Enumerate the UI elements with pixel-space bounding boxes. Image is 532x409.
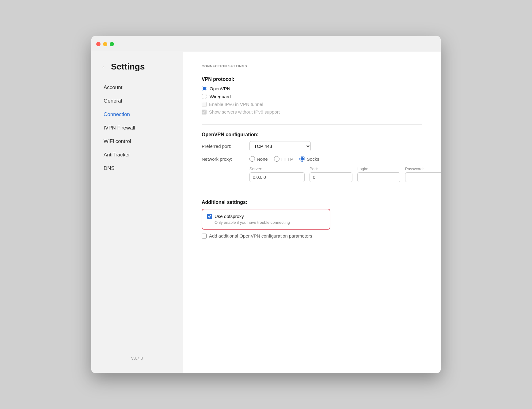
titlebar	[91, 36, 441, 52]
preferred-port-row: Preferred port: TCP 443 TCP 1194 UDP 119…	[202, 141, 422, 151]
obfsproxy-box: Use obfsproxy Only enable if you have tr…	[202, 209, 330, 230]
openvpn-config-label: OpenVPN configuration:	[202, 132, 422, 137]
show-without-ipv6-option: Show servers without IPv6 support	[202, 109, 422, 114]
login-input[interactable]	[357, 172, 400, 182]
password-field-group: Password:	[405, 167, 441, 182]
openvpn-config-group: OpenVPN configuration: Preferred port: T…	[202, 132, 422, 182]
wireguard-label: Wireguard	[210, 94, 231, 99]
proxy-socks-option[interactable]: Socks	[299, 156, 319, 162]
section-title: CONNECTION SETTINGS	[202, 64, 422, 68]
maximize-button[interactable]	[110, 42, 114, 46]
preferred-port-label: Preferred port:	[202, 144, 245, 149]
password-field-label: Password:	[405, 167, 441, 171]
sidebar-item-ivpn-firewall[interactable]: IVPN Firewall	[99, 122, 176, 134]
server-field-group: Server:	[249, 167, 305, 182]
vpn-protocol-radio-group: OpenVPN Wireguard Enable IPv6 in VPN tun…	[202, 86, 422, 114]
proxy-none-radio[interactable]	[249, 156, 255, 162]
network-proxy-label: Network proxy:	[202, 156, 245, 162]
sidebar-item-connection[interactable]: Connection	[99, 108, 176, 121]
show-without-ipv6-checkbox	[202, 110, 207, 114]
openvpn-label: OpenVPN	[210, 86, 230, 91]
network-proxy-row: Network proxy: None HTTP Socks	[202, 156, 422, 162]
obfsproxy-checkbox[interactable]	[207, 214, 212, 219]
wireguard-radio[interactable]	[202, 94, 207, 99]
additional-settings-group: Additional settings: Use obfsproxy Only …	[202, 200, 422, 238]
proxy-none-label: None	[257, 156, 268, 162]
server-field-label: Server:	[249, 167, 305, 171]
port-field-group: Port:	[310, 167, 352, 182]
minimize-button[interactable]	[103, 42, 107, 46]
traffic-lights	[96, 42, 114, 46]
additional-settings-label: Additional settings:	[202, 200, 422, 205]
add-openvpn-params-row[interactable]: Add additional OpenVPN configuration par…	[202, 233, 422, 238]
back-button[interactable]: ←	[101, 64, 107, 70]
sidebar: ← Settings Account General Connection IV…	[91, 52, 183, 373]
show-without-ipv6-label: Show servers without IPv6 support	[209, 109, 280, 114]
password-input[interactable]	[405, 172, 441, 182]
sidebar-item-account[interactable]: Account	[99, 81, 176, 94]
obfsproxy-subtitle: Only enable if you have trouble connecti…	[215, 220, 325, 225]
vpn-protocol-label: VPN protocol:	[202, 77, 422, 82]
sidebar-item-antitracker[interactable]: AntiTracker	[99, 149, 176, 161]
ipv6-tunnel-checkbox	[202, 102, 207, 107]
add-openvpn-params-label: Add additional OpenVPN configuration par…	[209, 233, 312, 238]
server-input[interactable]	[249, 172, 305, 182]
divider-2	[202, 192, 422, 192]
openvpn-radio[interactable]	[202, 86, 207, 91]
port-field-label: Port:	[310, 167, 352, 171]
main-content: CONNECTION SETTINGS VPN protocol: OpenVP…	[183, 52, 441, 373]
obfsproxy-title: Use obfsproxy	[215, 214, 244, 219]
proxy-http-option[interactable]: HTTP	[274, 156, 293, 162]
sidebar-item-wifi-control[interactable]: WiFi control	[99, 135, 176, 148]
socks-fields-row: Server: Port: Login: Password:	[249, 167, 422, 182]
sidebar-title: Settings	[111, 62, 145, 72]
add-openvpn-params-checkbox[interactable]	[202, 234, 207, 238]
login-field-group: Login:	[357, 167, 400, 182]
proxy-none-option[interactable]: None	[249, 156, 268, 162]
proxy-http-radio[interactable]	[274, 156, 279, 162]
vpn-protocol-group: VPN protocol: OpenVPN Wireguard Enable I…	[202, 77, 422, 114]
window-body: ← Settings Account General Connection IV…	[91, 52, 441, 373]
proxy-socks-radio[interactable]	[299, 156, 305, 162]
login-field-label: Login:	[357, 167, 400, 171]
version-label: v3.7.0	[91, 351, 183, 366]
app-window: ← Settings Account General Connection IV…	[91, 36, 441, 373]
openvpn-option[interactable]: OpenVPN	[202, 86, 422, 91]
divider-1	[202, 124, 422, 125]
proxy-http-label: HTTP	[281, 156, 293, 162]
proxy-socks-label: Socks	[307, 156, 319, 162]
port-input[interactable]	[310, 172, 352, 182]
obfsproxy-row: Use obfsproxy	[207, 214, 325, 219]
sidebar-item-dns[interactable]: DNS	[99, 162, 176, 174]
ipv6-tunnel-option: Enable IPv6 in VPN tunnel	[202, 102, 422, 107]
close-button[interactable]	[96, 42, 101, 46]
sidebar-header: ← Settings	[91, 62, 183, 81]
preferred-port-select[interactable]: TCP 443 TCP 1194 UDP 1194 UDP 2049 UDP 2…	[249, 141, 311, 151]
wireguard-option[interactable]: Wireguard	[202, 94, 422, 99]
sidebar-nav: Account General Connection IVPN Firewall…	[91, 81, 183, 174]
sidebar-item-general[interactable]: General	[99, 95, 176, 107]
proxy-radio-group: None HTTP Socks	[249, 156, 319, 162]
ipv6-tunnel-label: Enable IPv6 in VPN tunnel	[209, 102, 263, 107]
